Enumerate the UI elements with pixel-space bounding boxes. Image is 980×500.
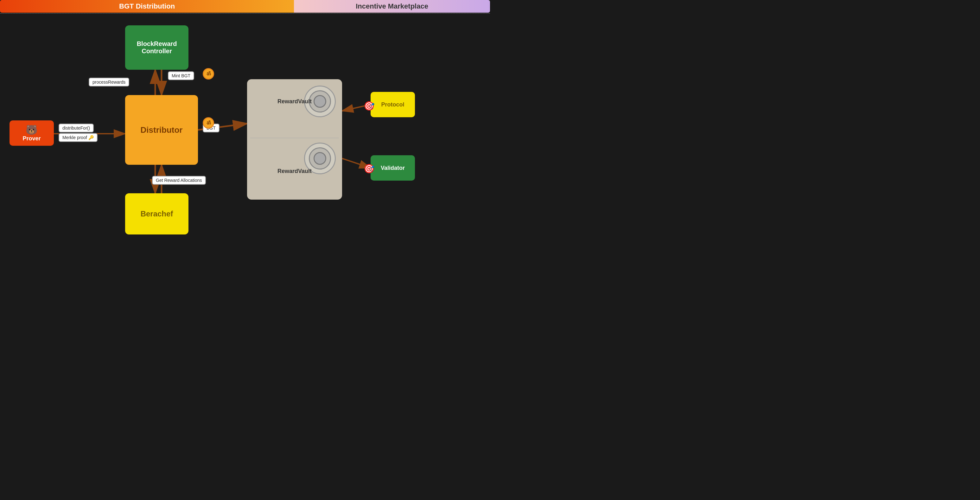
berachef-label: Berachef [141, 209, 173, 218]
prover-node: 🐻 Prover [10, 120, 54, 146]
process-rewards-tag: processRewards [89, 78, 129, 86]
bgt-distribution-title: BGT Distribution [119, 2, 175, 10]
validator-node: Validator [371, 155, 415, 181]
get-reward-allocations-tag: Get Reward Allocations [152, 176, 206, 185]
mint-bgt-coin: ॐ [203, 68, 214, 80]
validator-dotted-icon: 🎯 [364, 164, 375, 174]
reward-vault-top-label: RewardVault [277, 98, 312, 105]
banner-left: BGT Distribution [0, 0, 294, 13]
distributor-label: Distributor [141, 125, 183, 135]
prover-label: Prover [22, 135, 41, 142]
reward-vault-container: RewardVault RewardVault [247, 79, 342, 200]
distributor-node: Distributor [125, 95, 198, 165]
protocol-dotted-icon: 🎯 [364, 101, 375, 111]
merkle-proof-tag: Merkle proof 🔑 [59, 133, 97, 142]
protocol-node: Protocol [371, 92, 415, 117]
divider [0, 13, 490, 14]
mint-bgt-tag: Mint BGT [168, 71, 194, 80]
prover-bear-icon: 🐻 [25, 124, 37, 135]
top-banner: BGT Distribution Incentive Marketplace [0, 0, 490, 13]
banner-right: Incentive Marketplace [294, 0, 490, 13]
diagram: BlockReward Controller Distributor Berac… [0, 16, 490, 250]
distribute-for-tag: distributeFor() [59, 124, 94, 132]
incentive-marketplace-title: Incentive Marketplace [356, 2, 428, 10]
reward-vault-bottom-label: RewardVault [277, 168, 312, 175]
bgt-flow-coin: ॐ [203, 117, 214, 129]
brc-label: BlockReward Controller [137, 40, 177, 55]
validator-label: Validator [381, 165, 405, 171]
berachef-node: Berachef [125, 193, 188, 234]
block-reward-controller-node: BlockReward Controller [125, 25, 188, 70]
protocol-label: Protocol [381, 101, 404, 108]
